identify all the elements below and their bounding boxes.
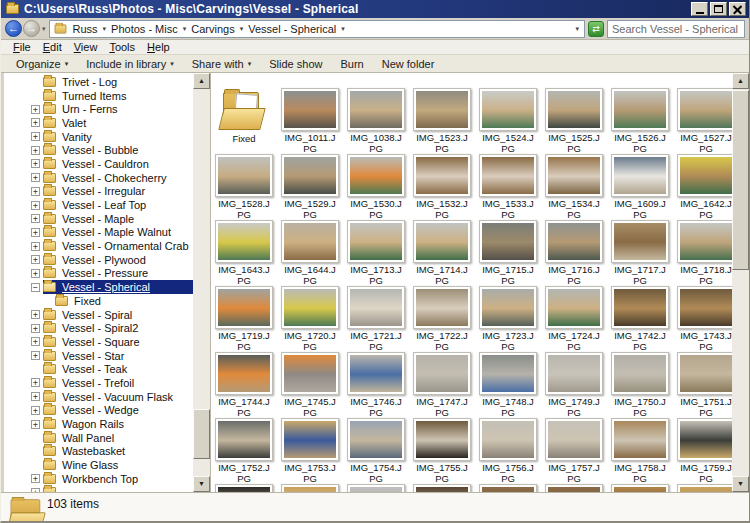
toolbar-button-burn[interactable]: Burn	[331, 58, 372, 70]
scroll-down-button[interactable]: ▼	[193, 476, 210, 492]
tree-item-body[interactable]: Vessel - Spiral	[43, 308, 193, 322]
file-item[interactable]: IMG_1723.JPG	[475, 286, 541, 352]
file-item[interactable]: IMG_1528.JPG	[211, 154, 277, 220]
file-item[interactable]: IMG_1746.JPG	[343, 352, 409, 418]
file-item[interactable]: IMG_1530.JPG	[343, 154, 409, 220]
file-item[interactable]: Fixed	[211, 88, 277, 154]
tree-item[interactable]: +Vessel - Maple Walnut	[4, 226, 193, 240]
file-item[interactable]: IMG_1743.JPG	[673, 286, 739, 352]
tree-item-body[interactable]: Fixed	[55, 294, 193, 308]
tree-item[interactable]: +Vessel - Leaf Top	[4, 198, 193, 212]
tree-item-body[interactable]: Vessel - Maple Walnut	[43, 226, 193, 240]
scroll-up-button[interactable]: ▲	[193, 73, 210, 89]
file-item[interactable]: IMG_1752.JPG	[211, 418, 277, 484]
file-item[interactable]: IMG_1717.JPG	[607, 220, 673, 286]
content-scrollbar[interactable]: ▲ ▼	[732, 73, 749, 492]
tree-item-body[interactable]: Workbench Top	[43, 472, 193, 486]
tree-item-body[interactable]: Vessel - Trefoil	[43, 376, 193, 390]
file-item[interactable]	[409, 484, 475, 492]
file-item[interactable]: IMG_1759.JPG	[673, 418, 739, 484]
file-item[interactable]: IMG_1525.JPG	[541, 88, 607, 154]
file-item[interactable]: IMG_1753.JPG	[277, 418, 343, 484]
expander-icon[interactable]: +	[31, 201, 40, 210]
menu-item-tools[interactable]: Tools	[103, 41, 141, 53]
scrollbar-thumb[interactable]	[732, 90, 749, 270]
minimize-button[interactable]	[691, 2, 708, 16]
tree-item-body[interactable]: Vessel - Leaf Top	[43, 198, 193, 212]
tree-item[interactable]: +Vessel - Cauldron	[4, 157, 193, 171]
file-item[interactable]: IMG_1523.JPG	[409, 88, 475, 154]
refresh-button[interactable]: ⇄	[588, 21, 604, 37]
file-item[interactable]: IMG_1644.JPG	[277, 220, 343, 286]
tree-item-body[interactable]: Vessel - Plywood	[43, 253, 193, 267]
expander-icon[interactable]: +	[31, 118, 40, 127]
tree-item[interactable]: +Urn - Ferns	[4, 102, 193, 116]
menu-item-help[interactable]: Help	[141, 41, 176, 53]
file-item[interactable]: IMG_1745.JPG	[277, 352, 343, 418]
expander-icon[interactable]: +	[31, 269, 40, 278]
tree-item-body[interactable]: Wall Panel	[43, 431, 193, 445]
tree-item-body[interactable]: Vessel - Chokecherry	[43, 171, 193, 185]
recent-pages-dropdown[interactable]: ▾	[42, 25, 46, 33]
tree-item[interactable]: Fixed	[4, 294, 193, 308]
menu-item-view[interactable]: View	[68, 41, 104, 53]
menu-item-edit[interactable]: Edit	[37, 41, 68, 53]
tree-item[interactable]: Trivet - Log	[4, 75, 193, 89]
breadcrumb-segment[interactable]: Vessel - Spherical	[246, 23, 338, 35]
tree-item-body[interactable]: Vessel - Star	[43, 349, 193, 363]
expander-icon[interactable]: +	[31, 214, 40, 223]
file-item[interactable]: IMG_1714.JPG	[409, 220, 475, 286]
tree-item[interactable]: +Vessel - Irregular	[4, 185, 193, 199]
file-item[interactable]	[277, 484, 343, 492]
expander-icon[interactable]: +	[31, 310, 40, 319]
file-item[interactable]: IMG_1721.JPG	[343, 286, 409, 352]
tree-item-body[interactable]: Vessel - Pressure	[43, 267, 193, 281]
tree-item-body[interactable]: Vessel - Spiral2	[43, 321, 193, 335]
file-item[interactable]: IMG_1744.JPG	[211, 352, 277, 418]
tree-item-body[interactable]: Trivet - Log	[43, 75, 193, 89]
tree-item[interactable]: +Vanity	[4, 130, 193, 144]
close-button[interactable]	[729, 2, 746, 16]
file-item[interactable]: IMG_1749.JPG	[541, 352, 607, 418]
tree-item[interactable]: +Vessel - Pressure	[4, 267, 193, 281]
expander-icon[interactable]: +	[31, 474, 40, 483]
toolbar-button-include-in-library[interactable]: Include in library▾	[77, 58, 183, 70]
file-item[interactable]	[673, 484, 739, 492]
tree-item-body[interactable]: Vessel - Wedge	[43, 404, 193, 418]
tree-item-body[interactable]: Vessel - Vacuum Flask	[43, 390, 193, 404]
tree-item[interactable]: +Vessel - Spiral	[4, 308, 193, 322]
expander-icon[interactable]: +	[31, 132, 40, 141]
expander-icon[interactable]: +	[31, 392, 40, 401]
expander-icon[interactable]: +	[31, 337, 40, 346]
expander-icon[interactable]: +	[31, 173, 40, 182]
forward-button[interactable]: →	[23, 20, 40, 37]
tree-item-body[interactable]: Vessel - Cauldron	[43, 157, 193, 171]
file-item[interactable]	[475, 484, 541, 492]
file-item[interactable]: IMG_1750.JPG	[607, 352, 673, 418]
breadcrumb-segment[interactable]: Carvings	[189, 23, 236, 35]
tree-scrollbar[interactable]: ▲ ▼	[193, 73, 210, 492]
file-item[interactable]: IMG_1527.JPG	[673, 88, 739, 154]
tree-item-body[interactable]: Wastebasket	[43, 445, 193, 459]
toolbar-button-organize[interactable]: Organize▾	[7, 58, 77, 70]
tree-item[interactable]: +Wagon Rails	[4, 417, 193, 431]
file-item[interactable]: IMG_1011.JPG	[277, 88, 343, 154]
tree-item[interactable]: Wastebasket	[4, 445, 193, 459]
tree-item[interactable]: +Vessel - Maple	[4, 212, 193, 226]
file-item[interactable]	[541, 484, 607, 492]
tree-item[interactable]: +Vessel - Star	[4, 349, 193, 363]
toolbar-button-slide-show[interactable]: Slide show	[260, 58, 331, 70]
file-item[interactable]: IMG_1722.JPG	[409, 286, 475, 352]
file-item[interactable]: IMG_1719.JPG	[211, 286, 277, 352]
breadcrumb-segment[interactable]: Russ	[71, 23, 100, 35]
file-item[interactable]: IMG_1720.JPG	[277, 286, 343, 352]
file-item[interactable]: IMG_1758.JPG	[607, 418, 673, 484]
tree-item-body[interactable]: Wine Glass	[43, 458, 193, 472]
tree-item[interactable]: +Vessel - Bubble	[4, 143, 193, 157]
tree-item[interactable]: +Vessel - Wedge	[4, 404, 193, 418]
menu-item-file[interactable]: File	[7, 41, 37, 53]
expander-icon[interactable]: +	[31, 187, 40, 196]
scrollbar-thumb[interactable]	[193, 409, 210, 459]
expander-icon[interactable]: +	[31, 146, 40, 155]
tree-item-body[interactable]: Urn - Ferns	[43, 102, 193, 116]
